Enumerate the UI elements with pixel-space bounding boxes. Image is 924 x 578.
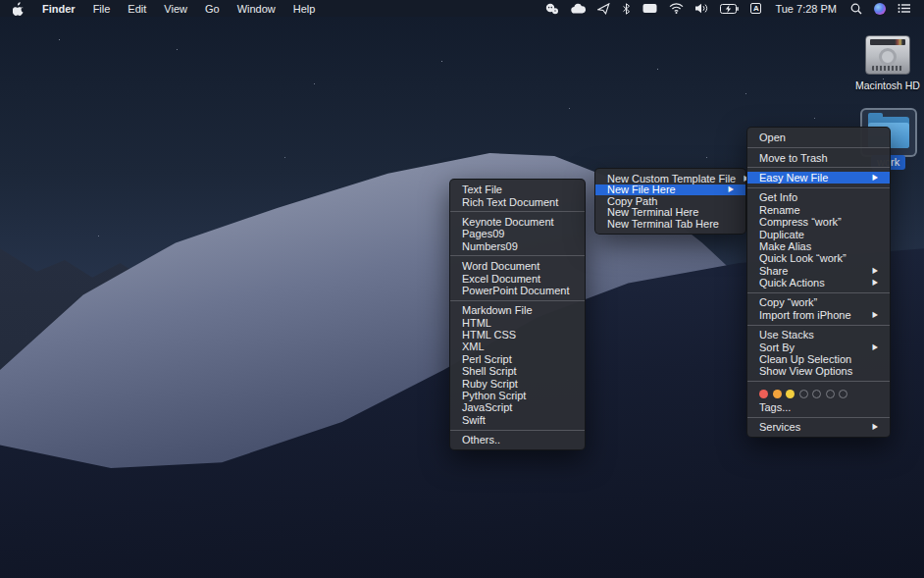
menu-item-rename[interactable]: Rename	[747, 204, 890, 216]
tag-empty-dot-3[interactable]	[826, 390, 835, 398]
menu-item-swift[interactable]: Swift	[450, 414, 585, 426]
menu-item-new-custom-template-file[interactable]: New Custom Template File ▶	[595, 173, 745, 184]
menu-item-xml[interactable]: XML	[450, 341, 585, 352]
tag-empty-dot-4[interactable]	[839, 390, 847, 398]
menu-item-quick-actions[interactable]: Quick Actions ▶	[747, 277, 890, 289]
menu-item-new-file-here[interactable]: New File Here ▶	[595, 184, 745, 196]
menu-item-ruby-script[interactable]: Ruby Script	[450, 377, 585, 389]
finder-context-menu: Open Move to Trash Easy New File ▶ Get I…	[746, 127, 891, 438]
menu-bar-item-go[interactable]: Go	[196, 0, 229, 17]
menu-item-move-to-trash[interactable]: Move to Trash	[747, 151, 890, 163]
menu-separator	[747, 167, 890, 168]
spotlight-icon[interactable]	[845, 0, 868, 17]
hard-drive-icon	[865, 35, 910, 75]
menu-item-python-script[interactable]: Python Script	[450, 390, 585, 401]
menu-item-duplicate[interactable]: Duplicate	[747, 228, 890, 239]
tag-orange-dot[interactable]	[773, 390, 782, 398]
menu-item-new-terminal-tab-here[interactable]: New Terminal Tab Here	[595, 218, 745, 230]
tag-color-row	[747, 386, 890, 401]
menu-item-quick-look[interactable]: Quick Look “work”	[747, 252, 890, 264]
tag-empty-dot-1[interactable]	[799, 390, 808, 398]
menu-item-services[interactable]: Services ▶	[747, 421, 890, 433]
menu-item-perl-script[interactable]: Perl Script	[450, 353, 585, 365]
stars	[59, 39, 60, 40]
menu-bar-item-edit[interactable]: Edit	[119, 0, 155, 17]
submenu-arrow-icon: ▶	[873, 266, 878, 275]
bluetooth-icon[interactable]	[616, 0, 637, 17]
menu-item-pages09[interactable]: Pages09	[450, 228, 585, 239]
hard-drive-platter	[879, 48, 897, 66]
submenu-arrow-icon: ▶	[873, 342, 878, 351]
menu-separator	[747, 381, 890, 382]
macintosh-hd-desktop-icon[interactable]: Macintosh HD	[851, 35, 924, 91]
menu-separator	[450, 300, 585, 301]
menu-item-powerpoint-document[interactable]: PowerPoint Document	[450, 285, 585, 296]
menu-separator	[747, 325, 890, 326]
notification-center-icon[interactable]	[892, 0, 916, 17]
menu-item-word-document[interactable]: Word Document	[450, 260, 585, 272]
menu-bar-item-view[interactable]: View	[155, 0, 196, 17]
macintosh-hd-label: Macintosh HD	[851, 79, 924, 91]
submenu-arrow-icon: ▶	[873, 278, 878, 287]
menu-item-get-info[interactable]: Get Info	[747, 191, 890, 203]
menu-item-import-from-iphone[interactable]: Import from iPhone ▶	[747, 309, 890, 321]
battery-charging-icon[interactable]	[714, 0, 744, 17]
tag-yellow-dot[interactable]	[786, 390, 795, 398]
menu-item-others[interactable]: Others..	[450, 434, 585, 446]
hard-drive-vents	[872, 66, 903, 71]
menu-item-text-file[interactable]: Text File	[450, 184, 585, 195]
menu-bar-clock[interactable]: Tue 7:28 PM	[767, 3, 845, 15]
wifi-icon[interactable]	[663, 0, 690, 17]
menu-item-make-alias[interactable]: Make Alias	[747, 240, 890, 252]
submenu-arrow-icon: ▶	[873, 310, 878, 319]
apple-icon	[13, 2, 24, 16]
menu-item-show-view-options[interactable]: Show View Options	[747, 365, 890, 377]
menu-separator	[450, 211, 585, 212]
menu-separator	[747, 417, 890, 418]
menu-item-copy-path[interactable]: Copy Path	[595, 195, 745, 207]
siri-icon[interactable]	[868, 0, 892, 17]
display-icon[interactable]	[637, 0, 663, 17]
menu-item-keynote-document[interactable]: Keynote Document	[450, 216, 585, 228]
cloud-icon[interactable]	[565, 0, 591, 17]
menu-item-html-css[interactable]: HTML CSS	[450, 329, 585, 341]
menu-item-excel-document[interactable]: Excel Document	[450, 272, 585, 284]
menu-bar-item-window[interactable]: Window	[229, 0, 284, 17]
menu-separator	[450, 255, 585, 256]
menu-item-markdown-file[interactable]: Markdown File	[450, 304, 585, 316]
menu-item-javascript[interactable]: JavaScript	[450, 401, 585, 413]
menu-item-share[interactable]: Share ▶	[747, 265, 890, 277]
chat-icon[interactable]	[539, 0, 565, 17]
menu-item-rich-text-document[interactable]: Rich Text Document	[450, 195, 585, 207]
paper-plane-icon[interactable]	[591, 0, 616, 17]
menu-item-copy[interactable]: Copy “work”	[747, 296, 890, 308]
menu-item-use-stacks[interactable]: Use Stacks	[747, 329, 890, 341]
menu-bar-item-file[interactable]: File	[84, 0, 120, 17]
easy-new-file-submenu: New Custom Template File ▶ New File Here…	[594, 168, 746, 235]
volume-icon[interactable]	[690, 0, 714, 17]
menu-bar-item-help[interactable]: Help	[284, 0, 325, 17]
menu-item-easy-new-file[interactable]: Easy New File ▶	[747, 172, 890, 184]
menu-bar-left: Finder File Edit View Go Window Help	[0, 0, 324, 17]
menu-separator	[450, 430, 585, 431]
menu-item-sort-by[interactable]: Sort By ▶	[747, 341, 890, 352]
tag-empty-dot-2[interactable]	[812, 390, 821, 398]
menu-item-open[interactable]: Open	[747, 131, 890, 143]
menu-item-compress[interactable]: Compress “work”	[747, 216, 890, 228]
menu-bar-item-finder[interactable]: Finder	[33, 0, 84, 17]
file-type-submenu: Text File Rich Text Document Keynote Doc…	[449, 179, 586, 450]
submenu-arrow-icon: ▶	[873, 173, 878, 182]
input-source-icon[interactable]: A	[744, 0, 767, 17]
menu-item-new-terminal-here[interactable]: New Terminal Here	[595, 207, 745, 219]
menu-separator	[747, 292, 890, 293]
menu-item-numbers09[interactable]: Numbers09	[450, 240, 585, 252]
menu-bar: Finder File Edit View Go Window Help	[0, 0, 924, 17]
menu-item-shell-script[interactable]: Shell Script	[450, 365, 585, 377]
menu-bar-status-area: A Tue 7:28 PM	[539, 0, 924, 17]
tag-red-dot[interactable]	[759, 390, 768, 398]
menu-item-clean-up-selection[interactable]: Clean Up Selection	[747, 353, 890, 365]
submenu-arrow-icon: ▶	[873, 423, 878, 432]
menu-item-tags[interactable]: Tags...	[747, 401, 890, 413]
apple-menu[interactable]	[0, 0, 33, 17]
menu-item-html[interactable]: HTML	[450, 317, 585, 329]
